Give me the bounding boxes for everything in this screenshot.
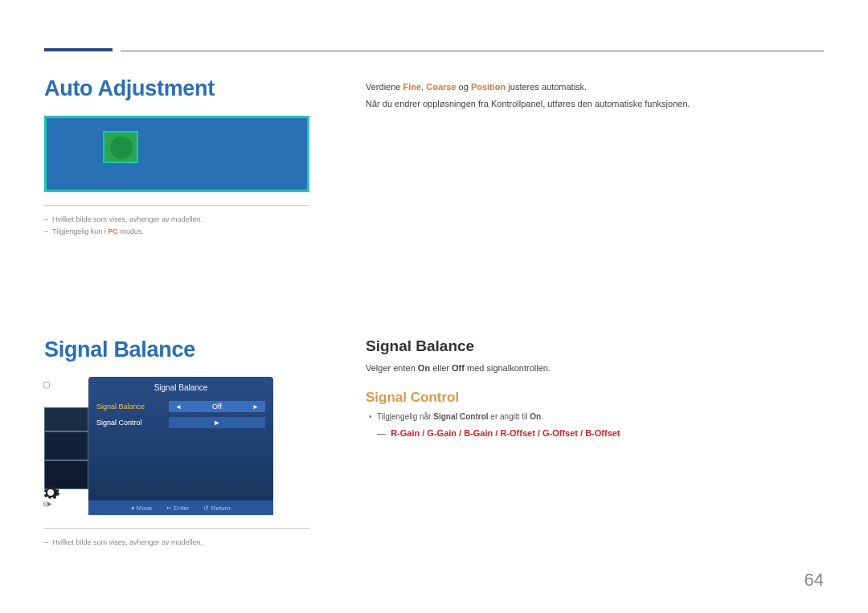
- body-line-1-coarse: Coarse: [426, 82, 456, 92]
- dash-marker: ―: [377, 428, 386, 438]
- arrow-right-icon: ►: [252, 403, 259, 411]
- osd-footer-move: ♦ Move: [131, 505, 152, 512]
- gain-offset-values: R-Gain / G-Gain / B-Gain / R-Offset / G-…: [391, 428, 620, 438]
- footnote-2-pre: Tilgjengelig kun i: [52, 227, 108, 235]
- subheading-signal-control: Signal Control: [366, 390, 824, 406]
- osd-title: Signal Balance: [88, 380, 273, 398]
- bullet-1-mid: er angitt til: [489, 412, 530, 421]
- body-line-1-fine: Fine: [403, 82, 421, 92]
- osd-footer-enter-label: Enter: [174, 505, 189, 512]
- sep2: og: [457, 82, 471, 92]
- illustration-box: [103, 131, 138, 163]
- bullet-1-bold: Signal Control: [433, 412, 488, 421]
- bullet-1-pre: Tilgjengelig når: [377, 412, 433, 421]
- bullet-1: Tilgjengelig når Signal Control er angit…: [366, 411, 824, 423]
- body-line-1: Verdiene Fine, Coarse og Position juster…: [366, 80, 824, 94]
- osd-panel: Signal Balance Signal Balance ◄ Off ► Si…: [88, 377, 273, 515]
- bullet-1-on: On: [530, 412, 541, 421]
- heading-auto-adjustment: Auto Adjustment: [44, 76, 317, 101]
- body-line-1-pre: Verdiene: [366, 82, 403, 92]
- signal-balance-osd-illustration: ▢ 🕪 Signal Balance Signal Balance ◄ Off …: [44, 377, 277, 515]
- bullet-1-post: .: [541, 412, 543, 421]
- body-line-1-post: justeres automatisk.: [506, 82, 587, 92]
- auto-adjustment-illustration: [44, 116, 309, 192]
- arrow-right-icon: ►: [214, 419, 221, 427]
- sidebar-stack: [44, 407, 88, 496]
- section-signal-balance-left: Signal Balance ▢ 🕪 Signal Balance Signal…: [44, 337, 317, 549]
- osd-footer: ♦ Move ↵ Enter ↺ Return: [88, 501, 273, 515]
- gain-offset-line: ― R-Gain / G-Gain / B-Gain / R-Offset / …: [366, 427, 824, 440]
- signal-balance-body: Velger enten On eller Off med signalkont…: [366, 362, 824, 375]
- osd-footer-return-label: Return: [211, 505, 231, 512]
- arrow-left-icon: ◄: [175, 403, 182, 411]
- sb-body-mid: eller: [430, 363, 452, 373]
- stack-block-1: [44, 407, 88, 431]
- osd-row-label-2: Signal Control: [96, 419, 169, 427]
- osd-row-signal-control: Signal Control ►: [88, 415, 273, 431]
- osd-dropdown[interactable]: ◄ Off ►: [169, 401, 265, 412]
- footnote-2-post: modus.: [118, 227, 144, 235]
- footnote-2: Tilgjengelig kun i PC modus.: [44, 226, 317, 238]
- body-line-2: Når du endrer oppløsningen fra Kontrollp…: [366, 97, 824, 111]
- osd-footer-return: ↺ Return: [203, 505, 230, 512]
- display-icon: ▢: [43, 380, 50, 389]
- footnote-1-text: Hvilket bilde som vises, avhenger av mod…: [52, 215, 203, 223]
- body-line-1-position: Position: [471, 82, 506, 92]
- page-number: 64: [805, 570, 824, 591]
- osd-row-label: Signal Balance: [96, 403, 169, 411]
- section-signal-balance-right: Signal Balance Velger enten On eller Off…: [366, 337, 824, 443]
- section-auto-adjustment-right: Verdiene Fine, Coarse og Position juster…: [366, 80, 824, 113]
- heading-signal-balance: Signal Balance: [44, 337, 317, 362]
- header-rule: [121, 51, 824, 51]
- footnote-2-accent: PC: [108, 227, 118, 235]
- footnote-1: Hvilket bilde som vises, avhenger av mod…: [44, 214, 317, 226]
- osd-footer-move-label: Move: [137, 505, 153, 512]
- sb-body-on: On: [418, 363, 430, 373]
- osd-value: Off: [212, 403, 222, 411]
- section-auto-adjustment-left: Auto Adjustment Hvilket bilde som vises,…: [44, 76, 317, 239]
- osd-row-signal-balance: Signal Balance ◄ Off ►: [88, 398, 273, 415]
- footnote-sb-1: Hvilket bilde som vises, avhenger av mod…: [44, 537, 317, 549]
- sb-body-pre: Velger enten: [366, 363, 418, 373]
- divider-2: [44, 528, 309, 529]
- sound-icon: 🕪: [43, 499, 51, 509]
- divider: [44, 205, 309, 206]
- stack-block-2: [44, 431, 88, 460]
- sb-body-off: Off: [452, 363, 465, 373]
- left-nav-icons: ▢: [43, 380, 50, 389]
- footnote-sb-1-text: Hvilket bilde som vises, avhenger av mod…: [52, 538, 203, 546]
- osd-footer-enter: ↵ Enter: [166, 505, 189, 512]
- osd-submenu[interactable]: ►: [169, 417, 265, 428]
- sb-body-post: med signalkontrollen.: [465, 363, 551, 373]
- subheading-signal-balance: Signal Balance: [366, 337, 824, 355]
- illustration-circle: [110, 137, 133, 159]
- header-accent-bar: [44, 48, 113, 51]
